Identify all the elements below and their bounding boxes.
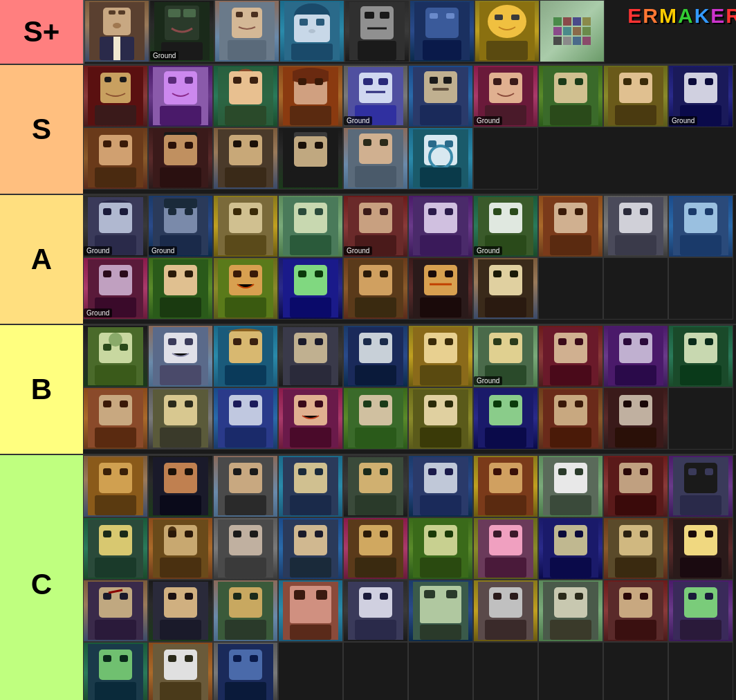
char-cell[interactable] — [148, 257, 213, 320]
char-cell[interactable]: Ground — [84, 0, 149, 62]
char-cell[interactable] — [83, 387, 148, 450]
char-cell[interactable] — [278, 325, 343, 387]
char-cell[interactable] — [538, 325, 603, 387]
char-cell[interactable] — [410, 0, 475, 62]
char-cell[interactable] — [408, 455, 473, 517]
char-cell[interactable] — [148, 580, 213, 642]
svg-rect-194 — [298, 270, 306, 277]
char-cell[interactable] — [148, 127, 213, 190]
char-cell[interactable] — [473, 517, 538, 580]
char-cell[interactable] — [83, 580, 148, 642]
char-cell[interactable] — [279, 0, 344, 62]
char-cell[interactable] — [603, 195, 668, 257]
char-cell[interactable] — [538, 455, 603, 517]
char-cell[interactable] — [603, 325, 668, 387]
char-cell[interactable] — [343, 455, 408, 517]
char-cell[interactable] — [603, 517, 668, 580]
char-cell[interactable] — [148, 387, 213, 450]
char-cell[interactable] — [83, 127, 148, 190]
char-cell[interactable] — [343, 580, 408, 642]
char-cell[interactable] — [408, 325, 473, 387]
char-cell[interactable] — [408, 127, 473, 190]
char-cell[interactable] — [278, 387, 343, 450]
char-cell[interactable] — [668, 455, 733, 517]
char-cell[interactable] — [213, 517, 278, 580]
char-cell[interactable] — [668, 517, 733, 580]
char-cell[interactable] — [83, 325, 148, 387]
char-cell[interactable] — [83, 455, 148, 517]
char-cell[interactable] — [473, 257, 538, 320]
char-cell[interactable] — [343, 517, 408, 580]
char-cell[interactable] — [148, 455, 213, 517]
char-cell[interactable] — [408, 387, 473, 450]
char-cell[interactable]: Ground — [473, 65, 538, 127]
char-cell[interactable] — [213, 642, 278, 700]
char-cell[interactable] — [603, 387, 668, 450]
char-cell[interactable] — [473, 387, 538, 450]
char-cell[interactable] — [408, 65, 473, 127]
svg-rect-67 — [430, 77, 438, 84]
char-cell[interactable] — [148, 65, 213, 127]
svg-rect-38 — [486, 41, 528, 60]
char-cell[interactable] — [148, 325, 213, 387]
char-cell[interactable] — [278, 65, 343, 127]
char-cell[interactable] — [473, 455, 538, 517]
char-cell[interactable] — [83, 642, 148, 700]
svg-rect-98 — [164, 135, 197, 165]
char-cell[interactable] — [214, 0, 279, 62]
char-cell[interactable] — [278, 195, 343, 257]
char-cell[interactable] — [668, 325, 733, 387]
char-cell[interactable]: Ground — [83, 195, 148, 257]
char-cell[interactable] — [213, 195, 278, 257]
char-cell[interactable] — [343, 127, 408, 190]
char-cell[interactable]: Ground — [343, 195, 408, 257]
char-cell[interactable] — [213, 580, 278, 642]
char-cell[interactable] — [344, 0, 410, 62]
char-cell[interactable] — [148, 517, 213, 580]
char-cell[interactable] — [213, 387, 278, 450]
char-cell[interactable] — [538, 65, 603, 127]
char-cell[interactable] — [538, 517, 603, 580]
svg-rect-264 — [99, 395, 132, 425]
char-cell[interactable] — [148, 642, 213, 700]
char-cell[interactable] — [408, 257, 473, 320]
char-cell[interactable] — [213, 257, 278, 320]
char-cell[interactable] — [408, 580, 473, 642]
char-cell[interactable]: Ground — [473, 195, 538, 257]
char-cell[interactable] — [475, 0, 540, 62]
svg-rect-148 — [380, 208, 388, 215]
char-cell[interactable] — [538, 387, 603, 450]
svg-rect-286 — [380, 400, 388, 407]
char-cell[interactable] — [668, 195, 733, 257]
char-cell[interactable] — [83, 65, 148, 127]
char-cell[interactable] — [408, 195, 473, 257]
char-cell[interactable] — [213, 325, 278, 387]
svg-rect-376 — [298, 531, 306, 537]
char-cell[interactable] — [83, 517, 148, 580]
char-cell[interactable] — [343, 325, 408, 387]
char-cell[interactable] — [213, 127, 278, 190]
char-cell[interactable] — [278, 455, 343, 517]
char-cell[interactable] — [278, 257, 343, 320]
char-cell[interactable]: Ground — [668, 65, 733, 127]
char-cell[interactable] — [603, 65, 668, 127]
char-cell[interactable] — [343, 257, 408, 320]
char-cell[interactable] — [278, 580, 343, 642]
char-cell[interactable] — [213, 65, 278, 127]
char-cell[interactable]: Ground — [343, 65, 408, 127]
char-cell[interactable] — [278, 517, 343, 580]
char-cell[interactable]: Ground — [149, 0, 214, 62]
char-cell[interactable] — [603, 580, 668, 642]
char-cell[interactable] — [538, 195, 603, 257]
char-cell[interactable] — [343, 387, 408, 450]
char-cell[interactable]: Ground — [83, 257, 148, 320]
char-cell[interactable] — [408, 517, 473, 580]
char-cell[interactable] — [668, 580, 733, 642]
char-cell[interactable]: Ground — [473, 325, 538, 387]
char-cell[interactable] — [473, 580, 538, 642]
char-cell[interactable] — [278, 127, 343, 190]
char-cell[interactable] — [603, 455, 668, 517]
char-cell[interactable] — [213, 455, 278, 517]
char-cell[interactable] — [538, 580, 603, 642]
char-cell[interactable]: Ground — [148, 195, 213, 257]
